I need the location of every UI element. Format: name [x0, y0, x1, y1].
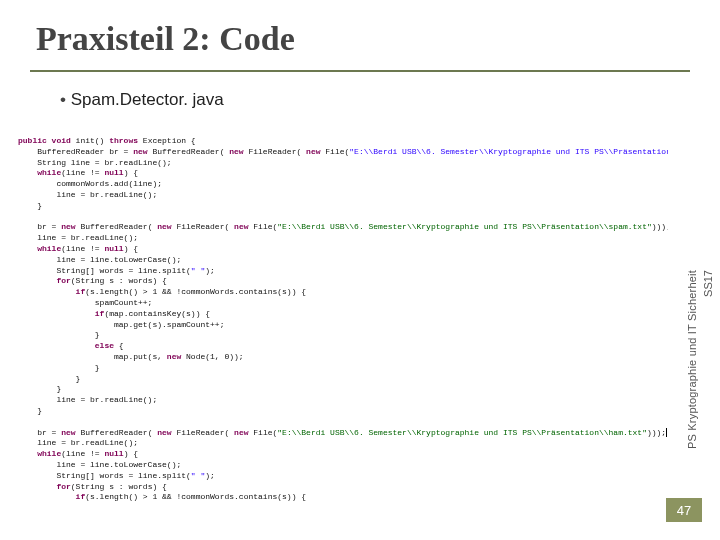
code-token: " ": [191, 471, 205, 480]
side-label-term: SS17: [702, 270, 714, 297]
code-token: FileReader(: [172, 428, 234, 437]
code-token: FileReader(: [172, 222, 234, 231]
code-token: if: [18, 492, 85, 501]
code-token: (String s : words) {: [71, 276, 167, 285]
code-token: )));: [652, 222, 668, 231]
slide-title: Praxisteil 2: Code: [0, 0, 720, 66]
code-token: if: [18, 287, 85, 296]
code-token: BufferedReader(: [148, 147, 230, 156]
code-token: new: [229, 147, 243, 156]
code-token: File(: [248, 222, 277, 231]
code-token: {: [114, 341, 124, 350]
code-token: br =: [18, 428, 61, 437]
code-token: ) {: [124, 168, 138, 177]
code-token: if: [18, 309, 104, 318]
code-token: (line !=: [61, 168, 104, 177]
code-token: }: [18, 374, 80, 383]
code-token: line = line.toLowerCase();: [18, 255, 181, 264]
code-token: new: [157, 222, 171, 231]
code-token: "E:\\Berdi USB\\6. Semester\\Kryptograph…: [277, 222, 651, 231]
page-number: 47: [666, 498, 702, 522]
code-token: new: [306, 147, 320, 156]
code-token: BufferedReader br =: [18, 147, 133, 156]
code-token: hamCount++;: [18, 503, 148, 504]
code-token: ) {: [124, 449, 138, 458]
slide: Praxisteil 2: Code Spam.Detector. java p…: [0, 0, 720, 540]
code-token: new: [167, 352, 181, 361]
code-token: new: [234, 222, 248, 231]
code-token: BufferedReader(: [76, 428, 158, 437]
title-divider: [30, 70, 690, 72]
code-token: line = br.readLine();: [18, 233, 138, 242]
code-token: [18, 417, 23, 426]
code-token: (s.length() > 1 && !commonWords.contains…: [85, 287, 306, 296]
code-token: new: [61, 428, 75, 437]
code-token: BufferedReader(: [76, 222, 158, 231]
code-token: String[] words = line.split(: [18, 471, 191, 480]
code-listing: public void init() throws Exception { Bu…: [18, 136, 668, 504]
code-token: ) {: [124, 244, 138, 253]
code-token: (map.containsKey(s)) {: [104, 309, 210, 318]
code-token: Exception {: [138, 136, 196, 145]
code-token: String line = br.readLine();: [18, 158, 172, 167]
code-token: );: [205, 471, 215, 480]
code-token: (line !=: [61, 449, 104, 458]
bullet-list: Spam.Detector. java: [0, 80, 720, 120]
code-token: " ": [191, 266, 205, 275]
code-token: File(: [320, 147, 349, 156]
code-token: null: [104, 244, 123, 253]
code-token: line = br.readLine();: [18, 190, 157, 199]
code-token: )));: [647, 428, 666, 437]
code-token: [18, 212, 23, 221]
code-token: }: [18, 363, 100, 372]
code-token: (String s : words) {: [71, 482, 167, 491]
code-token: map.put(s,: [18, 352, 167, 361]
code-token: while: [18, 244, 61, 253]
code-token: line = line.toLowerCase();: [18, 460, 181, 469]
code-token: }: [18, 384, 61, 393]
code-token: br =: [18, 222, 61, 231]
code-token: (s.length() > 1 && !commonWords.contains…: [85, 492, 306, 501]
code-token: while: [18, 449, 61, 458]
code-token: new: [61, 222, 75, 231]
code-token: Node(1, 0));: [181, 352, 243, 361]
code-token: map.get(s).spamCount++;: [18, 320, 224, 329]
code-token: else: [18, 341, 114, 350]
bullet-filename: Spam.Detector. java: [60, 90, 660, 110]
code-token: new: [157, 428, 171, 437]
code-token: }: [18, 330, 100, 339]
code-token: }: [18, 406, 42, 415]
code-token: }: [18, 201, 42, 210]
code-token: spamCount++;: [18, 298, 152, 307]
side-label-course: PS Kryptographie und IT Sicherheit: [686, 270, 698, 449]
code-token: "E:\\Berdi USB\\6. Semester\\Kryptograph…: [349, 147, 668, 156]
code-token: for: [18, 482, 71, 491]
code-token: line = br.readLine();: [18, 395, 157, 404]
code-token: );: [205, 266, 215, 275]
code-token: null: [104, 449, 123, 458]
code-token: FileReader(: [244, 147, 306, 156]
text-cursor-icon: [666, 428, 667, 437]
code-token: new: [133, 147, 147, 156]
code-token: for: [18, 276, 71, 285]
code-token: new: [234, 428, 248, 437]
code-token: while: [18, 168, 61, 177]
code-token: init(): [71, 136, 109, 145]
code-token: String[] words = line.split(: [18, 266, 191, 275]
code-token: "E:\\Berdi USB\\6. Semester\\Kryptograph…: [277, 428, 647, 437]
code-token: File(: [248, 428, 277, 437]
code-token: (line !=: [61, 244, 104, 253]
code-token: throws: [109, 136, 138, 145]
code-token: line = br.readLine();: [18, 438, 138, 447]
code-token: public void: [18, 136, 71, 145]
code-token: commonWords.add(line);: [18, 179, 162, 188]
code-token: null: [104, 168, 123, 177]
